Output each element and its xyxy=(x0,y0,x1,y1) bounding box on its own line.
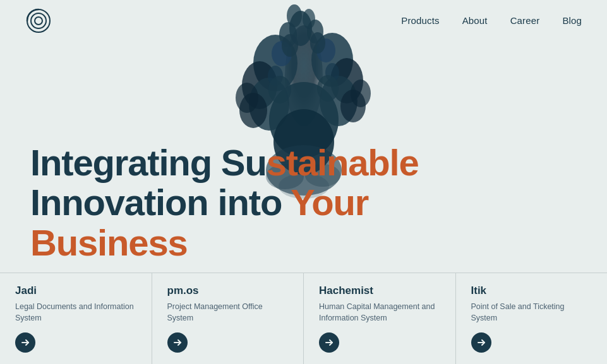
product-description: Point of Sale and Ticketing System xyxy=(471,301,592,324)
product-arrow-button[interactable] xyxy=(319,332,339,353)
svg-point-31 xyxy=(268,76,291,103)
logo-icon xyxy=(25,8,52,34)
nav-item-about[interactable]: About xyxy=(462,15,488,26)
product-description: Human Capital Management and Information… xyxy=(319,301,440,324)
logo[interactable] xyxy=(25,8,52,34)
product-name: Itik xyxy=(471,285,592,297)
svg-point-2 xyxy=(35,17,42,25)
product-name: Hachemist xyxy=(319,285,440,297)
arrow-right-icon xyxy=(21,338,30,347)
nav-item-blog[interactable]: Blog xyxy=(562,15,582,26)
hero-line-2: Innovation into Your Business xyxy=(30,182,485,263)
svg-point-13 xyxy=(236,83,258,113)
svg-point-1 xyxy=(31,13,46,28)
arrow-right-icon xyxy=(477,338,486,347)
product-arrow-button[interactable] xyxy=(167,332,188,353)
hero-line1-orange: stainable xyxy=(267,142,419,183)
arrow-right-icon xyxy=(325,338,334,347)
navbar: Products About Career Blog xyxy=(0,0,607,42)
nav-link-products[interactable]: Products xyxy=(401,15,439,26)
nav-item-products[interactable]: Products xyxy=(401,15,439,26)
product-arrow-button[interactable] xyxy=(15,332,35,353)
product-card-itik: Itik Point of Sale and Ticketing System xyxy=(456,273,608,364)
hero-text: Integrating Sustainable Innovation into … xyxy=(30,143,485,263)
svg-point-32 xyxy=(317,75,339,102)
nav-link-blog[interactable]: Blog xyxy=(562,15,582,26)
product-arrow-button[interactable] xyxy=(471,332,491,353)
hero-line2-dark: Innovation into xyxy=(30,182,291,223)
product-card-hachemist: Hachemist Human Capital Management and I… xyxy=(304,273,456,364)
product-name: Jadi xyxy=(15,285,136,297)
svg-point-18 xyxy=(351,79,371,107)
product-description: Project Management Office System xyxy=(167,301,289,324)
product-card-jadi: Jadi Legal Documents and Information Sys… xyxy=(0,273,152,364)
hero-heading: Integrating Sustainable Innovation into … xyxy=(30,143,485,263)
product-description: Legal Documents and Information System xyxy=(15,301,136,324)
product-name: pm.os xyxy=(167,285,289,297)
nav-links: Products About Career Blog xyxy=(401,15,582,26)
hero-line-1: Integrating Sustainable xyxy=(30,143,485,183)
nav-item-career[interactable]: Career xyxy=(510,15,540,26)
hero-line1-dark: Integrating Su xyxy=(30,142,267,183)
arrow-right-icon xyxy=(173,338,182,347)
nav-link-career[interactable]: Career xyxy=(510,15,540,26)
products-strip: Jadi Legal Documents and Information Sys… xyxy=(0,273,607,364)
product-card-pm.os: pm.os Project Management Office System xyxy=(152,273,304,364)
nav-link-about[interactable]: About xyxy=(462,15,488,26)
